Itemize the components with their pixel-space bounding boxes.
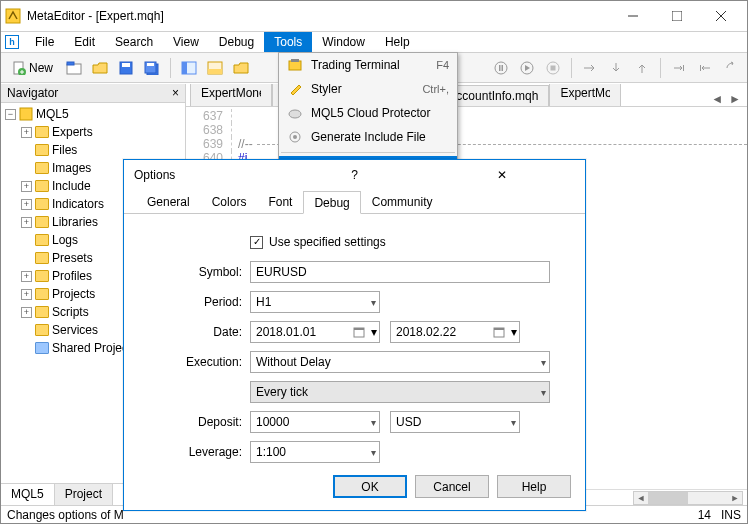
toolbar-stepout-button[interactable] — [630, 56, 654, 80]
calendar-icon[interactable] — [491, 324, 507, 340]
expand-icon[interactable]: + — [21, 181, 32, 192]
file-tab[interactable]: ExpertModel.mqh — [549, 84, 621, 106]
navigator-header: Navigator × — [1, 84, 185, 103]
period-select[interactable]: H1▾ — [250, 291, 380, 313]
tab-colors[interactable]: Colors — [201, 190, 258, 213]
help-button[interactable]: Help — [497, 475, 571, 498]
chevron-right-icon[interactable]: ► — [729, 92, 741, 106]
label-symbol: Symbol: — [142, 265, 250, 279]
tree-item[interactable]: Files — [5, 141, 181, 159]
expand-icon[interactable]: + — [21, 199, 32, 210]
menu-cloud-protector[interactable]: MQL5 Cloud Protector — [279, 101, 457, 125]
toolbar-save-button[interactable] — [114, 56, 138, 80]
dialog-close-icon[interactable]: ✕ — [428, 168, 575, 182]
menu-edit[interactable]: Edit — [64, 32, 105, 52]
expand-icon[interactable]: + — [21, 127, 32, 138]
close-button[interactable] — [699, 2, 743, 30]
toolbar-panel2-button[interactable] — [203, 56, 227, 80]
expand-icon[interactable]: + — [21, 271, 32, 282]
toolbar-separator — [170, 58, 171, 78]
combo-value: H1 — [256, 295, 271, 309]
toolbar-stepinto-button[interactable] — [604, 56, 628, 80]
window-buttons — [611, 2, 743, 30]
file-tab[interactable]: ExpertMoney.mqh — [190, 84, 272, 106]
menu-generate-include[interactable]: Generate Include File — [279, 125, 457, 149]
folder-icon — [35, 144, 49, 156]
tree-root[interactable]: − MQL5 — [5, 105, 181, 123]
toolbar-open-button[interactable] — [88, 56, 112, 80]
label-leverage: Leverage: — [142, 445, 250, 459]
calendar-icon[interactable] — [351, 324, 367, 340]
toolbar-play-button[interactable] — [515, 56, 539, 80]
deposit-select[interactable]: 10000▾ — [250, 411, 380, 433]
menu-help[interactable]: Help — [375, 32, 420, 52]
menu-debug[interactable]: Debug — [209, 32, 264, 52]
symbol-input[interactable] — [250, 261, 550, 283]
minimize-button[interactable] — [611, 2, 655, 30]
code-text: //-- — [238, 137, 253, 151]
tab-community[interactable]: Community — [361, 190, 444, 213]
tab-font[interactable]: Font — [257, 190, 303, 213]
nav-tab-mql5[interactable]: MQL5 — [1, 484, 55, 505]
svg-rect-22 — [502, 65, 504, 71]
menu-styler[interactable]: Styler Ctrl+, — [279, 77, 457, 101]
toolbar-arrow2-button[interactable] — [693, 56, 717, 80]
tree-item[interactable]: +Experts — [5, 123, 181, 141]
svg-point-33 — [293, 135, 297, 139]
chevron-down-icon: ▾ — [371, 417, 376, 428]
menu-trading-terminal[interactable]: Trading Terminal F4 — [279, 53, 457, 77]
menu-tools[interactable]: Tools — [264, 32, 312, 52]
toolbar-separator — [571, 58, 572, 78]
menu-window[interactable]: Window — [312, 32, 375, 52]
ok-button[interactable]: OK — [333, 475, 407, 498]
file-tabs-nav[interactable]: ◄► — [705, 92, 747, 106]
collapse-icon[interactable]: − — [5, 109, 16, 120]
leverage-select[interactable]: 1:100▾ — [250, 441, 380, 463]
dialog-help-icon[interactable]: ? — [281, 168, 428, 182]
toolbar-new-button[interactable]: New — [5, 56, 60, 80]
chevron-down-icon[interactable]: ▾ — [511, 325, 517, 339]
expand-icon[interactable]: + — [21, 217, 32, 228]
toolbar-save-all-button[interactable] — [140, 56, 164, 80]
maximize-button[interactable] — [655, 2, 699, 30]
toolbar-project-button[interactable] — [62, 56, 86, 80]
tree-label: Presets — [52, 251, 93, 265]
chevron-left-icon[interactable]: ◄ — [711, 92, 723, 106]
menu-search[interactable]: Search — [105, 32, 163, 52]
expand-icon[interactable]: + — [21, 307, 32, 318]
chevron-down-icon: ▾ — [371, 447, 376, 458]
toolbar-step-button[interactable] — [578, 56, 602, 80]
scroll-right-icon[interactable]: ► — [728, 492, 742, 504]
chevron-down-icon[interactable]: ▾ — [371, 325, 377, 339]
tab-debug[interactable]: Debug — [303, 191, 360, 214]
currency-select[interactable]: USD▾ — [390, 411, 520, 433]
scroll-left-icon[interactable]: ◄ — [634, 492, 648, 504]
file-tab-label: ExpertMoney.mqh — [201, 86, 261, 100]
scrollbar-horizontal[interactable]: ◄ ► — [633, 491, 743, 505]
menu-item-shortcut: Ctrl+, — [422, 83, 449, 95]
toolbar-pause-button[interactable] — [489, 56, 513, 80]
nav-tab-project[interactable]: Project — [55, 484, 113, 505]
toolbar-arrow1-button[interactable] — [667, 56, 691, 80]
toolbar-folder-button[interactable] — [229, 56, 253, 80]
menu-view[interactable]: View — [163, 32, 209, 52]
scrollbar-thumb[interactable] — [648, 492, 688, 504]
toolbar-panel1-button[interactable] — [177, 56, 201, 80]
tab-general[interactable]: General — [136, 190, 201, 213]
folder-icon — [35, 216, 49, 228]
toolbar-arrow3-button[interactable] — [719, 56, 743, 80]
toolbar-stop-button[interactable] — [541, 56, 565, 80]
menubar-icon[interactable]: h — [5, 35, 19, 49]
use-specified-checkbox[interactable]: ✓ Use specified settings — [250, 235, 386, 249]
cancel-button[interactable]: Cancel — [415, 475, 489, 498]
date-from-input[interactable]: 2018.01.01 ▾ — [250, 321, 380, 343]
date-to-input[interactable]: 2018.02.22 ▾ — [390, 321, 520, 343]
execution-select[interactable]: Without Delay▾ — [250, 351, 550, 373]
navigator-close-icon[interactable]: × — [172, 86, 179, 100]
menu-item-shortcut: F4 — [436, 59, 449, 71]
menu-file[interactable]: File — [25, 32, 64, 52]
tick-mode-select[interactable]: Every tick▾ — [250, 381, 550, 403]
label-date: Date: — [142, 325, 250, 339]
svg-rect-28 — [20, 108, 32, 120]
expand-icon[interactable]: + — [21, 289, 32, 300]
